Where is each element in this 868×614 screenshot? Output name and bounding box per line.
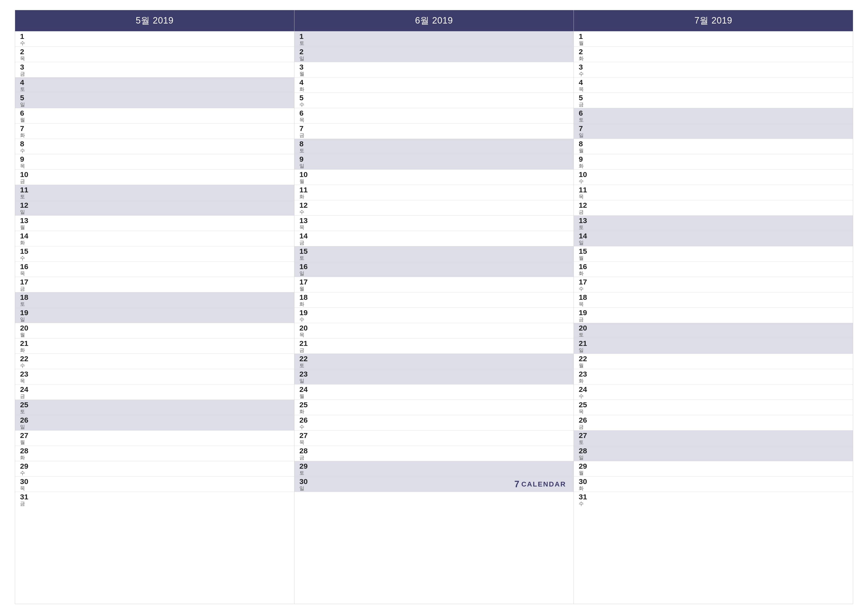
day-name: 토 — [579, 225, 592, 230]
day-row: 3월 — [294, 62, 574, 78]
day-number: 20 — [299, 324, 313, 332]
day-number: 22 — [20, 355, 34, 362]
day-name: 월 — [299, 179, 313, 184]
day-row: 30목 — [15, 477, 294, 492]
day-row: 2화 — [574, 47, 853, 62]
day-row: 18목 — [574, 292, 853, 308]
day-number: 6 — [299, 109, 313, 117]
day-name: 화 — [20, 348, 34, 353]
day-row: 2일 — [294, 47, 574, 62]
day-number: 18 — [299, 294, 313, 301]
day-name: 월 — [20, 440, 34, 445]
day-name: 목 — [20, 486, 34, 491]
day-name: 목 — [20, 163, 34, 168]
day-name: 토 — [20, 87, 34, 92]
day-number: 31 — [579, 493, 592, 501]
day-name: 월 — [20, 117, 34, 122]
day-name: 목 — [579, 194, 592, 199]
day-name: 일 — [299, 378, 313, 383]
day-name: 목 — [299, 332, 313, 337]
day-name: 일 — [299, 56, 313, 61]
day-name: 목 — [20, 271, 34, 276]
day-name: 토 — [299, 363, 313, 368]
day-name: 토 — [579, 117, 592, 122]
month-header-june: 6월 2019 — [294, 10, 574, 31]
day-name: 화 — [299, 302, 313, 306]
day-number: 30 — [20, 478, 34, 485]
day-row: 26수 — [294, 415, 574, 431]
day-row: 20목 — [294, 323, 574, 339]
day-row: 31금 — [15, 492, 294, 507]
day-name: 화 — [299, 194, 313, 199]
day-row: 7일 — [574, 124, 853, 139]
day-number: 18 — [20, 294, 34, 301]
day-row: 23일 — [294, 369, 574, 384]
day-row: 21화 — [15, 339, 294, 354]
day-name: 목 — [579, 302, 592, 306]
day-row: 6목 — [294, 108, 574, 124]
day-row: 2목 — [15, 47, 294, 62]
day-name: 목 — [20, 56, 34, 61]
day-name: 화 — [20, 240, 34, 245]
day-row: 4목 — [574, 78, 853, 93]
day-number: 23 — [579, 370, 592, 378]
day-row: 12수 — [294, 200, 574, 216]
day-number: 16 — [299, 263, 313, 270]
day-row: 16화 — [574, 262, 853, 277]
day-name: 화 — [299, 87, 313, 92]
day-number: 10 — [20, 171, 34, 178]
day-number: 2 — [299, 48, 313, 56]
day-name: 일 — [579, 348, 592, 353]
day-number: 14 — [579, 232, 592, 239]
day-name: 월 — [579, 470, 592, 476]
day-name: 월 — [20, 332, 34, 337]
day-row: 5금 — [574, 93, 853, 108]
day-number: 2 — [579, 48, 592, 56]
day-number: 9 — [579, 155, 592, 163]
day-row: 16목 — [15, 262, 294, 277]
day-row: 27월 — [15, 431, 294, 446]
day-row: 28일 — [574, 446, 853, 461]
day-number: 28 — [20, 447, 34, 455]
day-name: 금 — [299, 455, 313, 460]
day-name: 금 — [20, 179, 34, 184]
day-name: 목 — [299, 117, 313, 122]
day-number: 22 — [299, 355, 313, 362]
day-row: 23화 — [574, 369, 853, 384]
day-name: 수 — [299, 210, 313, 215]
day-number: 11 — [579, 186, 592, 194]
day-name: 화 — [299, 409, 313, 414]
day-row: 27토 — [574, 431, 853, 446]
day-number: 6 — [20, 109, 34, 117]
day-name: 일 — [299, 163, 313, 168]
day-row: 24월 — [294, 384, 574, 400]
day-name: 월 — [20, 225, 34, 230]
day-row: 8토 — [294, 139, 574, 154]
day-number: 12 — [20, 202, 34, 209]
day-row: 4토 — [15, 78, 294, 93]
day-name: 수 — [579, 286, 592, 291]
day-number: 15 — [299, 247, 313, 255]
day-number: 23 — [20, 370, 34, 378]
day-row: 12금 — [574, 200, 853, 216]
day-number: 19 — [299, 309, 313, 316]
day-name: 월 — [299, 71, 313, 76]
day-number: 3 — [20, 64, 34, 71]
day-number: 3 — [299, 64, 313, 71]
day-row: 1토 — [294, 31, 574, 47]
day-number: 18 — [579, 294, 592, 301]
day-number: 11 — [299, 186, 313, 194]
day-row: 17금 — [15, 277, 294, 292]
day-number: 17 — [579, 278, 592, 286]
day-number: 2 — [20, 48, 34, 56]
day-row: 8수 — [15, 139, 294, 154]
day-name: 수 — [20, 40, 34, 45]
day-row: 19일 — [15, 308, 294, 323]
day-number: 5 — [299, 94, 313, 101]
day-number: 22 — [579, 355, 592, 362]
day-name: 일 — [579, 133, 592, 138]
day-number: 25 — [579, 401, 592, 409]
day-name: 금 — [579, 210, 592, 215]
day-number: 7 — [579, 125, 592, 132]
day-row: 5일 — [15, 93, 294, 108]
